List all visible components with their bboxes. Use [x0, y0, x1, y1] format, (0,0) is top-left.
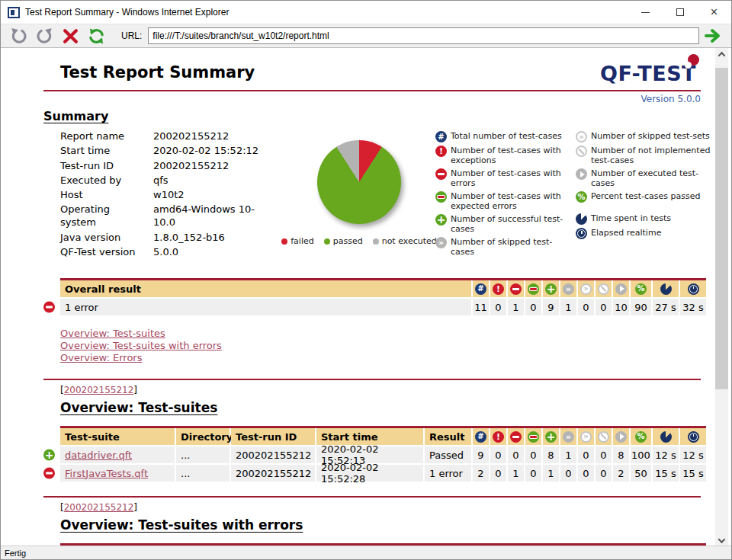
browser-window: Test Report Summary - Windows Internet E…: [0, 0, 732, 560]
back-icon: [10, 27, 27, 45]
suite-row: datadriver.qft ... 200202155212 2020-02-…: [60, 446, 706, 463]
qf-test-logo-ball-icon: [688, 54, 699, 66]
directory-cell: ...: [176, 446, 230, 463]
page-content: Test Report Summary QF-TEST Version 5.0.…: [1, 48, 731, 547]
metric-value: 0: [525, 299, 541, 315]
metric-value: 2: [613, 465, 629, 482]
link-overview-errors[interactable]: Overview: Errors: [60, 352, 142, 364]
scroll-up-button[interactable]: [715, 48, 728, 61]
metric-value: 12 s: [653, 446, 679, 463]
metric-value: 0: [490, 465, 506, 482]
skipped-testcases-column: [560, 428, 576, 445]
col-result: Result: [425, 428, 471, 445]
chevron-down-icon: [718, 536, 726, 543]
test-suites-table: Test-suite Directory Test-run ID Start t…: [60, 426, 706, 482]
chevron-up-icon: [718, 52, 726, 59]
percent-passed-icon: [576, 191, 587, 203]
metric-value: 100: [631, 446, 651, 463]
link-overview-test-suites[interactable]: Overview: Test-suites: [60, 328, 165, 340]
overall-result-label: 1 error: [60, 299, 471, 315]
metric-value: 0: [525, 446, 541, 463]
refresh-button[interactable]: [85, 26, 108, 46]
elapsed-time-icon: [688, 431, 699, 443]
metric-value: 1: [508, 465, 524, 482]
metric-value: 0: [525, 465, 541, 482]
passed-dot-icon: [324, 238, 330, 245]
expected-error-count-column: [525, 428, 541, 445]
error-count-icon: [435, 168, 447, 180]
total-count-icon: [475, 283, 486, 295]
metric-value: 0: [578, 299, 594, 315]
error-count-icon: [510, 283, 522, 295]
elapsed-time-column: [680, 428, 706, 445]
metric-value: 0: [578, 465, 594, 482]
time-spent-icon: [660, 283, 672, 295]
test-run-ref-link[interactable]: 200202155212: [64, 502, 134, 513]
legend-text: Number of not implemented test-cases: [591, 146, 716, 165]
pie-legend: failed passed not executed: [281, 236, 437, 246]
vertical-scrollbar[interactable]: [715, 48, 728, 547]
field-label: QF-Test version: [60, 245, 140, 260]
legend-text: Number of test-cases with errors: [451, 168, 576, 188]
executed-count-icon: [615, 283, 627, 295]
success-count-icon: [545, 283, 557, 295]
suite-row: FirstJavaTests.qft ... 200202155212 2020…: [60, 465, 706, 482]
close-button[interactable]: ×: [697, 1, 731, 24]
suite-link[interactable]: datadriver.qft: [65, 450, 132, 461]
suite-link[interactable]: FirstJavaTests.qft: [65, 468, 148, 479]
overall-result-heading: Overall result: [60, 280, 471, 297]
section-ref: [200202155212]: [60, 502, 701, 513]
field-label: Host: [60, 188, 140, 203]
go-arrow-icon: [705, 28, 723, 43]
metric-value: 15 s: [680, 465, 706, 482]
time-spent-column: [653, 428, 679, 445]
link-overview-test-suites-errors[interactable]: Overview: Test-suites with errors: [60, 340, 222, 352]
go-button[interactable]: [702, 26, 725, 46]
refresh-icon: [88, 27, 105, 45]
skipped-testcases-column: [560, 280, 576, 297]
result-pie-chart: [317, 140, 401, 224]
stop-icon: [63, 28, 79, 44]
metric-value: 15 s: [653, 465, 679, 482]
col-test-run-id: Test-run ID: [231, 428, 315, 445]
field-label: Report name: [60, 130, 140, 144]
executed-count-icon: [615, 431, 627, 443]
metric-value: 0: [596, 446, 612, 463]
metric-value: 8: [543, 446, 559, 463]
forward-button[interactable]: [33, 26, 56, 46]
total-count-column: [473, 428, 489, 445]
failed-dot-icon: [281, 238, 287, 245]
field-value: amd64-Windows 10-10.0: [153, 203, 262, 230]
legend-text: Time spent in tests: [591, 213, 671, 223]
error-count-icon: [510, 431, 522, 443]
table-header-row: Test-suite Directory Test-run ID Start t…: [60, 428, 706, 445]
col-test-suite: Test-suite: [60, 428, 175, 445]
field-value: w10t2: [153, 188, 262, 203]
metric-value: 27 s: [653, 299, 679, 315]
legend-text: Number of executed test-cases: [591, 168, 716, 188]
skipped-testcases-icon: [563, 431, 574, 443]
section-divider: [43, 496, 701, 498]
error-count-column: [508, 428, 524, 445]
url-input[interactable]: [148, 27, 699, 44]
metric-value: 9: [473, 446, 489, 463]
test-run-ref-link[interactable]: 200202155212: [64, 385, 134, 395]
success-count-icon: [435, 214, 447, 226]
legend-text: Number of skipped test-sets: [591, 131, 710, 141]
not-implemented-icon: [598, 283, 609, 295]
minimize-button[interactable]: [628, 1, 663, 24]
executed-count-column: [613, 280, 629, 297]
back-button[interactable]: [7, 26, 30, 46]
stop-button[interactable]: [59, 26, 82, 46]
field-value: 1.8.0_152-b16: [153, 231, 262, 245]
metric-value: 0: [596, 465, 612, 482]
overview-links: Overview: Test-suites Overview: Test-sui…: [60, 328, 701, 364]
scrollbar-thumb[interactable]: [715, 68, 728, 389]
start-time-cell: 2020-02-02 15:52:13: [316, 446, 423, 463]
metric-value: 11: [473, 299, 489, 315]
maximize-button[interactable]: [663, 1, 697, 24]
col-directory: Directory: [176, 428, 230, 445]
skipped-testcases-icon: [435, 237, 447, 248]
field-value: 200202155212: [153, 159, 262, 174]
overall-header-row: Overall result: [60, 280, 706, 297]
